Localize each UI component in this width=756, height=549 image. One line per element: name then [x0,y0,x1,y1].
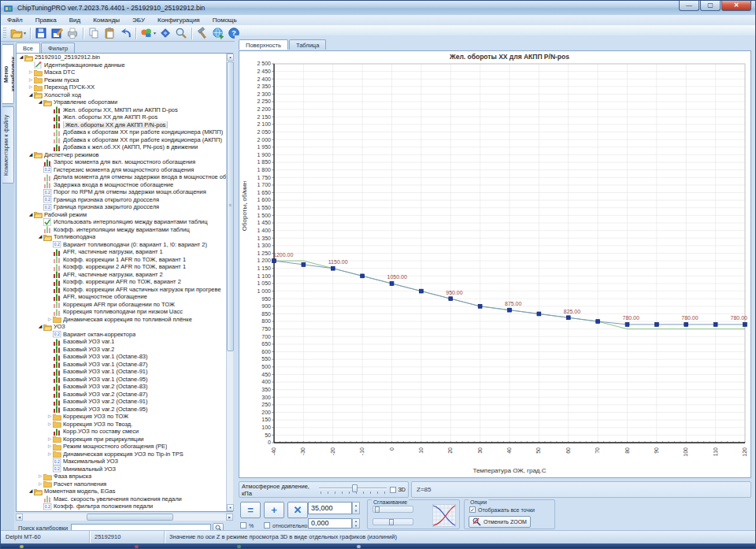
tree-item[interactable]: Жел. обороты ХХ для АКПП P/N-pos [17,121,232,129]
tree-item[interactable]: Базовый УОЗ var.2 (Octane-87) [17,391,232,399]
tree-item[interactable]: Коэфф. интерполяции между вариантами таб… [17,226,232,234]
tab-calibration-menu[interactable]: Меню калибровок [2,44,14,104]
tree-item[interactable]: ▷Динамическая коррекция по топливной плё… [17,316,232,324]
paste-icon[interactable] [102,26,117,40]
tree-item[interactable]: AFR, мощностное обогащение [17,293,232,301]
tree-item[interactable]: 0.2Гистерезис момента для мощностного об… [17,166,232,174]
data-point[interactable] [449,297,453,301]
tree-item[interactable]: Коэфф. коррекции AFR частичных нагрузок … [17,286,232,294]
data-point[interactable] [654,323,658,327]
tree-item[interactable]: ▷Динамическая коррекция УОЗ по Tip-in TP… [17,451,232,458]
pressure-slider[interactable] [319,484,387,495]
tree-item[interactable]: Добавка к оборотам ХХ при работе кондици… [17,136,232,144]
tree-item[interactable]: Базовый УОЗ var.2 (Octane-91) [17,398,232,406]
minimize-button[interactable]: — [679,1,699,11]
data-point[interactable] [537,312,541,316]
tree-expander-icon[interactable]: ◢ [28,211,34,219]
close-button[interactable]: ✕ [721,1,751,11]
tree-item[interactable]: Задержка входа в мощностное обогащение [17,181,232,189]
tree-item[interactable]: ◢25192910_25192912.bin [17,54,232,61]
data-point[interactable] [390,282,394,286]
tree-item[interactable]: ◢Рабочий режим [17,211,232,219]
tree-item[interactable]: ◢Управление оборотами [17,98,232,106]
tree-item[interactable]: 0.2Вариант октан-корректора [17,331,232,339]
add-button[interactable]: + [264,502,284,518]
scroll-thumb[interactable] [227,61,234,351]
value-input[interactable]: 35,000 [308,502,352,514]
tree-item[interactable]: ▷Маска DTC [17,69,232,76]
tree-item[interactable]: Коррекция топливоподачи при низком Uacc [17,308,232,316]
tree-item[interactable]: ▷Переход ПУСК-ХХ [17,83,232,91]
tree-item[interactable]: Базовый УОЗ var.2 [17,346,232,354]
data-point[interactable] [361,274,365,278]
data-point[interactable] [508,308,512,312]
relative-value-input[interactable]: 0,000 [308,518,352,529]
print-icon[interactable] [65,26,80,40]
menu-item[interactable]: Команды [87,15,126,25]
tree-expander-icon[interactable]: ▷ [28,83,34,91]
smoothing-slider-1[interactable] [372,506,413,513]
multiply-button[interactable]: ✕ [287,502,308,518]
tree-expander-icon[interactable]: ◢ [37,323,43,331]
tree-horizontal-scrollbar[interactable]: ◀ ▶ [16,514,233,521]
tree-item[interactable]: 0.2Граница признака открытого дросселя [17,196,232,204]
undo-icon[interactable] [117,26,133,40]
tree-item[interactable]: Коррекция AFR при обогащении по ТОЖ [17,301,232,309]
data-point[interactable] [302,263,306,267]
tree-item[interactable]: 0.2Граница признака закрытого дросселя [17,203,232,211]
scroll-thumb-h[interactable] [87,514,173,521]
menu-item[interactable]: Конфигурация [151,15,206,25]
online-icon[interactable] [210,26,226,40]
tree-item[interactable]: ▷Коррекция УОЗ по Твозд. [17,421,232,428]
data-point[interactable] [566,316,570,320]
tree-expander-icon[interactable]: ▷ [28,76,34,84]
menu-item[interactable]: Правка [29,15,63,25]
tree-item[interactable]: Базовый УОЗ var.2 (Octane-95) [17,406,232,414]
tree-item[interactable]: 0.2Вариант топливоподачи (0: вариант 1, … [17,241,232,249]
tree-expander-icon[interactable]: ▷ [37,480,43,488]
tab-all[interactable]: Все [16,43,40,53]
tree-item[interactable]: Добавка к жел.об.ХХ (АКПП, PN-pos) в дви… [17,143,232,151]
connect-ecu-dropdown-icon[interactable]: ▼ [153,31,157,35]
tree-item[interactable]: ▷Расчет наполнения [17,480,232,488]
tree-item[interactable]: Корр.УОЗ по составу смеси [17,428,232,436]
tree-item[interactable]: Жел. обороты ХХ для АКПП R-pos [17,113,232,121]
tree-item[interactable]: Добавка к оборотам ХХ при работе кондици… [17,128,232,136]
tree-item[interactable]: Базовый УОЗ var.1 (Octane-91) [17,368,232,376]
menu-item[interactable]: Файл [1,15,29,25]
tree-item[interactable]: ◢Моментная модель, EGas [17,488,232,495]
3d-checkbox[interactable] [390,487,396,493]
tree-item[interactable]: Базовый УОЗ var.1 (Octane-95) [17,376,232,384]
data-point[interactable] [713,323,717,327]
data-point[interactable] [596,320,600,324]
set-equal-button[interactable]: = [240,502,261,518]
compare-icon[interactable] [158,26,173,40]
tree-item[interactable]: ◢Холостой ход [17,91,232,99]
data-point[interactable] [478,304,482,308]
data-point[interactable] [684,323,688,327]
tree-item[interactable]: ▷Режим мощностного обогащения (PE) [17,443,232,451]
maximize-button[interactable]: ▢ [700,1,721,11]
data-point[interactable] [419,289,423,293]
tree-expander-icon[interactable]: ▷ [46,436,53,443]
scroll-down-arrow[interactable]: ▼ [227,504,234,511]
tree-item[interactable]: Базовый УОЗ var.1 (Octane-87) [17,361,232,369]
tree-item[interactable]: Макс. скорость увеличения положения педа… [17,495,232,503]
tree-item[interactable]: ▷Коррекция при рециркуляции [17,436,232,443]
data-point[interactable] [272,259,276,263]
tree-item[interactable]: Идентификационные данные [17,61,232,69]
relative-checkbox[interactable] [264,522,270,529]
tree-vertical-scrollbar[interactable]: ▲ ▼ [226,54,233,511]
tree-item[interactable]: 0.2Порог по RPM для отмены задержки мощн… [17,188,232,196]
tree-item[interactable]: Коэфф. коррекции 1 AFR по ТОЖ, вариант 1 [17,256,232,264]
data-point[interactable] [743,323,747,327]
tree-item[interactable]: ▷Фаза впрыска [17,473,232,480]
tree-item[interactable]: Базовый УОЗ var.1 [17,338,232,346]
tuning-icon[interactable] [195,26,210,40]
tree-item[interactable]: 0.2Коэфф. фильтра положения педали [17,503,232,510]
menu-item[interactable]: Вид [63,15,87,25]
tree-expander-icon[interactable]: ▷ [28,69,34,76]
tree-expander-icon[interactable]: ◢ [28,151,34,159]
tree-item[interactable]: Базовый УОЗ var.1 (Octane-83) [17,353,232,361]
open-file-icon[interactable] [9,26,24,40]
